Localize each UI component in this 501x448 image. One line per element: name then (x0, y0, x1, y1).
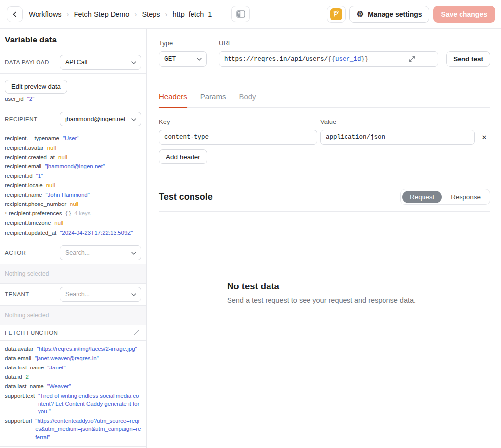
actor-search-select[interactable]: Search... (60, 245, 141, 260)
http-method-select[interactable]: GET (159, 51, 207, 67)
variable-key: support.text (5, 392, 35, 400)
header-row: ✕ (159, 130, 490, 145)
recipient-row: RECIPIENT jhammond@ingen.net (0, 108, 146, 130)
chevron-left-icon (11, 11, 18, 18)
variable-row: data.email "janet.weaver@reqres.in" (5, 353, 141, 363)
variable-row: recipient.id "1" (5, 171, 141, 180)
recipient-select[interactable]: jhammond@ingen.net (60, 112, 141, 126)
tenant-search-select[interactable]: Search... (60, 287, 141, 302)
breadcrumb-separator-icon: › (67, 10, 69, 18)
recipient-label: RECIPIENT (5, 116, 37, 122)
variable-value: "2" (27, 95, 35, 103)
variable-key: recipient.email (5, 163, 41, 170)
test-console-empty-state: No test data Send a test request to see … (227, 281, 422, 304)
variable-key: data.id (5, 373, 22, 381)
variable-key: recipient.name (5, 191, 42, 199)
test-console-header: Test console Request Response (159, 189, 490, 205)
chevron-down-icon (197, 58, 202, 61)
data-payload-fields: Edit preview data user_id "2" (0, 74, 146, 108)
add-header-button[interactable]: Add header (159, 149, 207, 164)
sidebar-title: Variable data (0, 29, 146, 51)
variable-key: recipient.updated_at (5, 229, 56, 237)
variable-row: data.avatar "https://reqres.in/img/faces… (5, 344, 141, 353)
manage-settings-label: Manage settings (368, 10, 422, 18)
divider (159, 211, 490, 212)
header-column-labels: Key Value (159, 118, 490, 125)
variable-value: null (70, 200, 78, 208)
variable-value: "1" (36, 172, 43, 180)
header-value-input[interactable] (320, 130, 475, 145)
edit-fetch-function-button[interactable] (132, 328, 141, 337)
variable-value: "Weaver" (47, 382, 71, 390)
edit-preview-data-button[interactable]: Edit preview data (5, 80, 67, 94)
variable-meta: 4 keys (74, 209, 90, 217)
manage-settings-button[interactable]: ⚙ Manage settings (349, 6, 429, 23)
variable-key: recipient.__typename (5, 134, 59, 142)
variable-value: null (54, 219, 63, 227)
variable-key: data.last_name (5, 382, 44, 390)
data-payload-select[interactable]: API Call (60, 55, 141, 70)
actor-row: ACTOR Search... (0, 242, 146, 264)
toggle-sidebar-button[interactable] (231, 6, 250, 22)
variable-row: recipient.avatar null (5, 143, 141, 152)
variable-row: support.url "https://contentcaddy.io?utm… (5, 416, 141, 442)
url-input[interactable]: https://reqres.in/api/users/{{user_id}} (219, 51, 438, 67)
variable-row: recipient.email "jhammond@ingen.net" (5, 162, 141, 171)
save-changes-label: Save changes (441, 10, 487, 18)
variable-key: support.url (5, 417, 32, 425)
tenant-row: TENANT Search... (0, 284, 146, 306)
header-key-input[interactable] (159, 130, 317, 145)
variable-key: recipient.locale (5, 181, 43, 189)
variable-key: recipient.phone_number (5, 200, 66, 208)
request-tabs: Headers Params Body (159, 92, 490, 108)
topbar-actions: ⚙ Manage settings Save changes (327, 6, 495, 23)
variable-key: recipient.id (5, 172, 33, 180)
variable-value: "https://contentcaddy.io?utm_source=reqr… (35, 417, 141, 441)
gear-icon: ⚙ (357, 10, 364, 18)
tab-headers[interactable]: Headers (159, 92, 187, 107)
data-payload-row: DATA PAYLOAD API Call (0, 51, 146, 74)
expand-icon (409, 52, 434, 66)
variable-row: › recipient.preferences { } 4 keys (5, 209, 141, 218)
chevron-down-icon (131, 118, 136, 121)
test-console-title: Test console (159, 192, 213, 202)
variable-value: { } (65, 209, 71, 217)
actor-empty-state: Nothing selected (0, 264, 146, 284)
git-branch-badge-icon (330, 8, 342, 20)
close-icon: ✕ (482, 134, 487, 141)
back-button[interactable] (7, 6, 23, 22)
recipient-fields: recipient.__typename "User" recipient.av… (0, 130, 146, 242)
tab-params[interactable]: Params (200, 92, 226, 107)
data-payload-label: DATA PAYLOAD (5, 59, 49, 65)
commit-status-button[interactable] (327, 6, 346, 23)
actor-label: ACTOR (5, 250, 26, 256)
breadcrumb-steps[interactable]: Steps (142, 10, 160, 18)
variable-value: "2024-04-23T17:22:13.509Z" (60, 229, 133, 237)
variable-value: null (46, 181, 55, 189)
tenant-empty-state: Nothing selected (0, 306, 146, 325)
type-label: Type (159, 40, 207, 47)
toggle-response[interactable]: Response (443, 191, 488, 203)
toggle-request[interactable]: Request (402, 191, 442, 203)
variable-row: support.text "Tired of writing endless s… (5, 391, 141, 416)
variable-key: recipient.timezone (5, 219, 51, 227)
fetch-function-label: FETCH FUNCTION (5, 330, 58, 336)
fetch-function-fields: data.avatar "https://reqres.in/img/faces… (0, 341, 146, 447)
empty-state-title: No test data (227, 281, 422, 292)
variable-value: "Tired of writing endless social media c… (38, 392, 141, 415)
variable-row: data.first_name "Janet" (5, 363, 141, 372)
variable-row: recipient.locale null (5, 181, 141, 190)
expand-url-editor-button[interactable] (409, 56, 434, 62)
remove-header-button[interactable]: ✕ (478, 131, 490, 143)
breadcrumb-workflow-name[interactable]: Fetch Step Demo (74, 10, 130, 18)
variable-row: recipient.name "John Hammond" (5, 190, 141, 200)
tenant-label: TENANT (5, 291, 29, 297)
variable-row: recipient.__typename "User" (5, 133, 141, 143)
chevron-right-icon[interactable]: › (5, 209, 7, 217)
tab-body[interactable]: Body (239, 92, 256, 107)
variable-key: data.avatar (5, 345, 34, 353)
variable-value: "janet.weaver@reqres.in" (35, 354, 99, 362)
send-test-button[interactable]: Send test (446, 51, 490, 67)
breadcrumb-workflows[interactable]: Workflows (29, 10, 62, 18)
save-changes-button[interactable]: Save changes (433, 6, 495, 23)
